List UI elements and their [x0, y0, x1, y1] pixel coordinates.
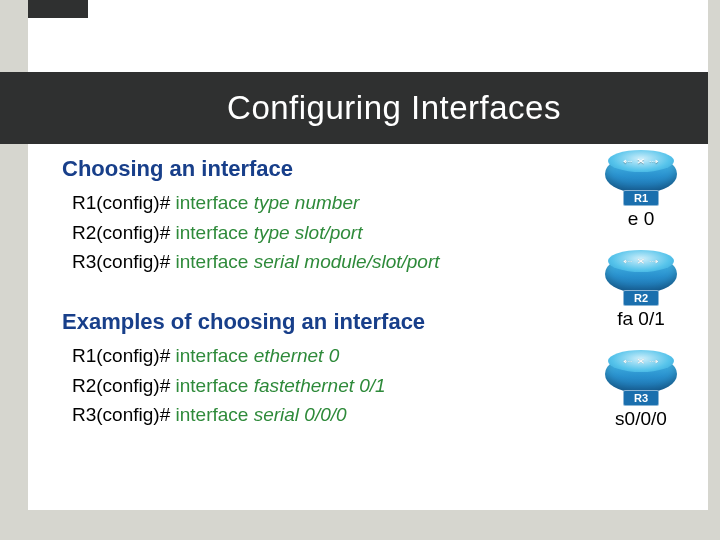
argument-text: fastethernet 0/1: [254, 375, 386, 396]
router-block-r3: ⇠ ✕ ⇢ R3 s0/0/0: [605, 348, 677, 430]
interface-label: e 0: [628, 208, 654, 230]
router-name-badge: R3: [623, 390, 659, 406]
arrow-icon: ⇠: [623, 157, 633, 165]
keyword-text: interface: [176, 222, 254, 243]
prompt-text: R1(config)#: [72, 345, 176, 366]
arrow-icon: ⇠: [623, 357, 633, 365]
slide-title: Configuring Interfaces: [227, 89, 561, 127]
router-name-badge: R2: [623, 290, 659, 306]
router-name: R1: [634, 192, 648, 204]
argument-text: serial module/slot/port: [254, 251, 440, 272]
argument-text: type number: [254, 192, 360, 213]
router-name: R2: [634, 292, 648, 304]
arrow-icon: ✕: [636, 357, 646, 365]
arrow-icon: ⇢: [649, 257, 659, 265]
router-column: ⇠ ✕ ⇢ R1 e 0 ⇠ ✕ ⇢ R2: [586, 148, 696, 430]
keyword-text: interface: [176, 192, 254, 213]
router-icon: ⇠ ✕ ⇢ R2: [605, 248, 677, 306]
prompt-text: R1(config)#: [72, 192, 176, 213]
router-icon: ⇠ ✕ ⇢ R1: [605, 148, 677, 206]
decorative-top-bar: [28, 0, 88, 18]
prompt-text: R2(config)#: [72, 375, 176, 396]
arrow-icon: ✕: [636, 157, 646, 165]
prompt-text: R2(config)#: [72, 222, 176, 243]
arrow-icon: ⇠: [623, 257, 633, 265]
keyword-text: interface: [176, 404, 254, 425]
keyword-text: interface: [176, 345, 254, 366]
router-icon: ⇠ ✕ ⇢ R3: [605, 348, 677, 406]
arrow-icon: ⇢: [649, 357, 659, 365]
keyword-text: interface: [176, 375, 254, 396]
router-name-badge: R1: [623, 190, 659, 206]
prompt-text: R3(config)#: [72, 404, 176, 425]
interface-label: s0/0/0: [615, 408, 667, 430]
router-block-r2: ⇠ ✕ ⇢ R2 fa 0/1: [605, 248, 677, 330]
argument-text: ethernet 0: [254, 345, 340, 366]
router-block-r1: ⇠ ✕ ⇢ R1 e 0: [605, 148, 677, 230]
argument-text: type slot/port: [254, 222, 363, 243]
argument-text: serial 0/0/0: [254, 404, 347, 425]
title-bar: Configuring Interfaces: [0, 72, 708, 144]
arrow-icon: ✕: [636, 257, 646, 265]
keyword-text: interface: [176, 251, 254, 272]
slide-frame: Configuring Interfaces Choosing an inter…: [28, 0, 708, 510]
interface-label: fa 0/1: [617, 308, 665, 330]
router-name: R3: [634, 392, 648, 404]
prompt-text: R3(config)#: [72, 251, 176, 272]
arrow-icon: ⇢: [649, 157, 659, 165]
